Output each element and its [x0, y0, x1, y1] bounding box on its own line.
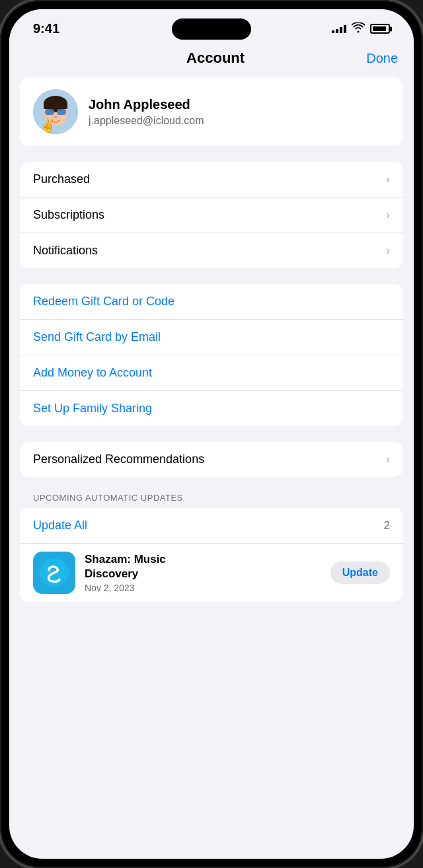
chevron-icon: › [386, 208, 390, 222]
user-card[interactable]: ✌️ John Appleseed j.appleseed@icloud.com [20, 77, 403, 146]
redeem-gift-card-row[interactable]: Redeem Gift Card or Code [20, 284, 403, 319]
signal-bar-1 [332, 30, 334, 33]
wifi-icon [352, 22, 365, 36]
app-date: Nov 2, 2023 [85, 583, 321, 593]
app-info: Shazam: MusicDiscovery Nov 2, 2023 [85, 552, 321, 593]
done-button[interactable]: Done [366, 51, 398, 66]
phone-frame: 9:41 [0, 0, 423, 868]
nav-title: Account [186, 50, 245, 67]
updates-card-group: Update All 2 Shazam: [20, 508, 403, 602]
menu-group-3: Personalized Recommendations › [20, 442, 403, 477]
status-time: 9:41 [33, 21, 59, 36]
notifications-row[interactable]: Notifications › [20, 233, 403, 268]
app-name: Shazam: MusicDiscovery [85, 552, 321, 581]
phone-screen: 9:41 [9, 9, 414, 859]
chevron-icon: › [386, 172, 390, 186]
shazam-app-icon [33, 552, 75, 594]
dynamic-island [172, 18, 251, 40]
chevron-icon: › [386, 244, 390, 258]
update-button[interactable]: Update [330, 561, 390, 584]
update-all-label: Update All [33, 519, 87, 532]
add-money-row[interactable]: Add Money to Account [20, 355, 403, 390]
battery-fill [373, 26, 386, 31]
subscriptions-label: Subscriptions [33, 208, 104, 222]
status-icons [332, 22, 390, 36]
battery-icon [370, 24, 390, 34]
notifications-label: Notifications [33, 244, 98, 258]
svg-rect-5 [57, 109, 66, 115]
svg-text:✌️: ✌️ [40, 118, 56, 133]
updates-section-label: UPCOMING AUTOMATIC UPDATES [20, 493, 403, 503]
user-info: John Appleseed j.appleseed@icloud.com [89, 97, 204, 127]
subscriptions-row[interactable]: Subscriptions › [20, 197, 403, 233]
user-name: John Appleseed [89, 97, 204, 112]
personalized-rec-row[interactable]: Personalized Recommendations › [20, 442, 403, 477]
signal-bar-4 [344, 25, 346, 33]
family-sharing-row[interactable]: Set Up Family Sharing [20, 390, 403, 426]
user-email: j.appleseed@icloud.com [89, 115, 204, 127]
purchased-row[interactable]: Purchased › [20, 162, 403, 197]
send-gift-card-row[interactable]: Send Gift Card by Email [20, 319, 403, 355]
content-area: ✌️ John Appleseed j.appleseed@icloud.com… [9, 72, 414, 618]
redeem-gift-card-label: Redeem Gift Card or Code [33, 295, 174, 308]
signal-bar-3 [340, 27, 342, 33]
menu-group-1: Purchased › Subscriptions › Notification… [20, 162, 403, 268]
purchased-label: Purchased [33, 172, 90, 186]
family-sharing-label: Set Up Family Sharing [33, 402, 152, 416]
avatar: ✌️ [33, 89, 78, 134]
signal-bar-2 [336, 29, 338, 33]
update-count: 2 [384, 519, 390, 532]
updates-section: UPCOMING AUTOMATIC UPDATES Update All 2 [20, 493, 403, 602]
add-money-label: Add Money to Account [33, 366, 152, 380]
send-gift-card-label: Send Gift Card by Email [33, 330, 161, 344]
svg-rect-4 [45, 109, 54, 115]
personalized-rec-label: Personalized Recommendations [33, 452, 204, 466]
nav-bar: Account Done [9, 42, 414, 72]
chevron-icon: › [386, 452, 390, 466]
svg-rect-3 [44, 102, 67, 109]
update-all-row[interactable]: Update All 2 [20, 508, 403, 543]
menu-group-2: Redeem Gift Card or Code Send Gift Card … [20, 284, 403, 426]
shazam-app-row[interactable]: Shazam: MusicDiscovery Nov 2, 2023 Updat… [20, 543, 403, 602]
signal-bars-icon [332, 25, 346, 33]
